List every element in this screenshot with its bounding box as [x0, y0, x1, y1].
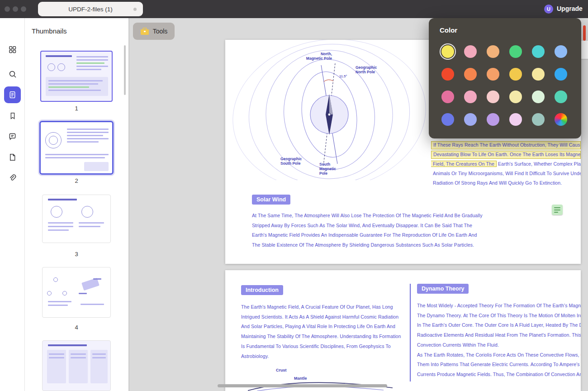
label-geographic-north-pole: Geographic North Pole	[356, 65, 377, 74]
page-number-2: 2	[40, 177, 113, 184]
attachment-icon[interactable]	[4, 169, 21, 186]
comment-icon[interactable]	[4, 128, 21, 145]
color-swatch[interactable]	[532, 45, 545, 58]
sticky-note-icon[interactable]	[552, 205, 563, 215]
mini-line	[67, 141, 99, 143]
mini-line	[48, 90, 101, 91]
bookmark-icon[interactable]	[4, 107, 21, 124]
mini-line	[67, 132, 109, 133]
user-avatar[interactable]: U	[544, 5, 553, 14]
window-minimize-button[interactable]	[13, 6, 18, 12]
toolbox-icon	[140, 28, 149, 35]
mini-line	[76, 59, 108, 61]
unsaved-dot-icon	[133, 8, 137, 11]
color-swatch[interactable]	[555, 68, 567, 81]
document-tab-label: UPDF-2-files (1)	[68, 6, 113, 13]
highlighted-text-line[interactable]: Devastating Blow To Life On Earth. Once …	[431, 151, 581, 159]
color-swatch[interactable]	[509, 45, 522, 58]
mini-table	[84, 162, 109, 171]
page-number-1: 1	[40, 105, 113, 112]
color-swatch[interactable]	[487, 91, 499, 103]
pages-icon[interactable]	[4, 149, 21, 166]
mini-node	[53, 277, 58, 282]
label-mantle: Mantle	[294, 376, 307, 381]
color-swatch[interactable]	[464, 91, 477, 103]
color-swatch[interactable]	[464, 113, 477, 126]
mini-line	[48, 305, 68, 306]
color-swatch[interactable]	[532, 68, 545, 81]
color-swatch[interactable]	[487, 68, 499, 81]
thumbnails-scrollbar[interactable]	[124, 45, 126, 95]
mini-line	[76, 69, 101, 70]
color-swatch[interactable]	[509, 91, 522, 103]
partially-highlighted-line[interactable]: Field, The Creatures On The Earth's Surf…	[431, 160, 581, 168]
thumbnails-panel-button[interactable]	[4, 86, 21, 103]
mini-line	[49, 357, 64, 358]
mini-diagram	[57, 63, 65, 71]
mini-line	[79, 222, 104, 224]
color-swatch[interactable]	[487, 45, 499, 58]
thumbnail-page-3[interactable]	[42, 195, 111, 243]
color-swatch[interactable]	[532, 113, 545, 126]
mini-panel	[79, 293, 87, 294]
vertical-scroll-indicator[interactable]	[583, 25, 586, 41]
document-tab[interactable]: UPDF-2-files (1)	[38, 2, 143, 16]
column-divider	[410, 284, 411, 381]
color-swatch[interactable]	[464, 45, 477, 58]
mini-line	[48, 226, 73, 227]
color-swatch[interactable]	[441, 91, 454, 103]
color-swatch-yellow-selected[interactable]	[441, 45, 454, 58]
mini-line	[48, 229, 69, 231]
thumbnail-page-4[interactable]	[42, 267, 111, 318]
introduction-paragraph: The Earth's Magnetic Field, A Crucial Fe…	[241, 302, 404, 361]
color-swatch[interactable]	[555, 91, 567, 103]
color-swatch-custom-rainbow[interactable]	[555, 113, 567, 126]
thumbnails-title: Thumbnails	[32, 27, 67, 35]
page-number-3: 3	[40, 251, 113, 257]
color-swatch[interactable]	[509, 113, 522, 126]
thumbnail-page-5[interactable]	[42, 340, 111, 391]
color-swatch[interactable]	[464, 68, 477, 81]
tools-button-label: Tools	[153, 28, 168, 35]
label-geographic-south-pole: Geographic South Pole	[280, 157, 302, 166]
mini-diagram	[49, 136, 58, 145]
window-close-button[interactable]	[5, 6, 10, 12]
thumbnail-page-2[interactable]	[39, 121, 114, 175]
window-zoom-button[interactable]	[21, 6, 26, 12]
highlighted-span[interactable]: Field, The Creatures On The	[431, 161, 497, 167]
color-swatch[interactable]	[487, 113, 499, 126]
titlebar: UPDF-2-files (1) U Upgrade	[0, 0, 588, 18]
color-swatch[interactable]	[441, 68, 454, 81]
color-swatch[interactable]	[509, 68, 522, 81]
mini-title	[46, 55, 72, 57]
mini-satellite	[81, 278, 100, 291]
label-south-magnetic-pole: South Magnetic Pole	[319, 162, 336, 176]
mini-node	[47, 291, 52, 296]
mini-line	[49, 353, 64, 355]
thumbnail-page-1[interactable]	[40, 51, 113, 102]
mini-line	[79, 226, 100, 227]
mini-line	[45, 157, 105, 158]
search-icon[interactable]	[4, 66, 21, 82]
pdf-page-2: Introduction The Earth's Magnetic Field,…	[225, 270, 581, 391]
thumbnails-icon	[8, 91, 17, 99]
upgrade-button[interactable]: Upgrade	[557, 5, 583, 12]
mini-line	[45, 154, 109, 155]
mini-highlight	[76, 62, 104, 64]
mini-diagram	[47, 63, 55, 71]
mini-line	[48, 83, 98, 85]
mini-line	[71, 353, 86, 355]
highlighted-text-line[interactable]: If These Rays Reach The Earth Without Ob…	[431, 141, 581, 149]
thumbnails-panel: Thumbnails 1	[25, 18, 129, 391]
mini-line	[48, 80, 103, 81]
mini-highlight	[48, 86, 89, 88]
color-popup: Color	[429, 18, 581, 138]
tools-button[interactable]: Tools	[133, 23, 175, 40]
horizontal-scrollbar[interactable]	[218, 384, 387, 387]
mini-line	[92, 353, 106, 355]
color-swatch[interactable]	[555, 45, 567, 58]
color-swatch[interactable]	[532, 91, 545, 103]
color-swatch[interactable]	[441, 113, 454, 126]
grid-icon[interactable]	[4, 41, 21, 58]
label-crust: Crust	[276, 368, 287, 372]
